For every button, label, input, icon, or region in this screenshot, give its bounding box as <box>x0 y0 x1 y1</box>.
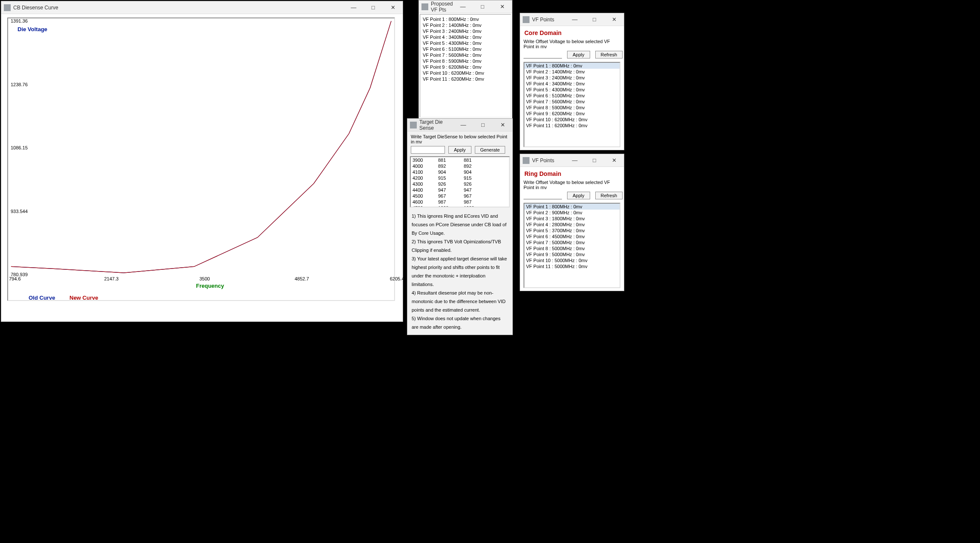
target-die-sense-window: Target Die Sense — □ ✕ Write Target DieS… <box>407 118 513 335</box>
titlebar[interactable]: CB Diesense Curve — □ ✕ <box>1 1 403 14</box>
target-notes: 1) This ignores Ring and ECores VID and … <box>407 209 512 335</box>
x-tick-label: 6205.4 <box>390 276 404 281</box>
vf-point-item[interactable]: VF Point 10 : 5000MHz : 0mv <box>524 257 620 263</box>
y-tick-label: 933.544 <box>11 209 28 214</box>
vf-point-list[interactable]: VF Point 1 : 800MHz : 0mvVF Point 2 : 90… <box>524 203 620 288</box>
table-cell: 3900 <box>411 157 436 163</box>
x-axis-label: Frequency <box>196 283 224 289</box>
table-row[interactable]: 470010081008 <box>411 205 509 207</box>
x-tick-label: 794.6 <box>9 276 21 281</box>
vf-point-item[interactable]: VF Point 11 : 5000MHz : 0mv <box>524 263 620 269</box>
legend-new-curve: New Curve <box>70 295 98 301</box>
chart-horizontal-scrollbar[interactable] <box>7 312 395 319</box>
table-row[interactable]: 4000892892 <box>411 163 509 169</box>
vf-point-item[interactable]: VF Point 8 : 5900MHz : 0mv <box>524 105 620 111</box>
vf-point-item[interactable]: VF Point 10 : 6200MHz : 0mv <box>524 117 620 123</box>
vf-point-item[interactable]: VF Point 7 : 5600MHz : 0mv <box>524 99 620 105</box>
close-button[interactable]: ✕ <box>493 119 512 131</box>
proposed-vf-pts-window: Proposed VF Pts — □ ✕ VF Point 1 : 800MH… <box>418 0 512 119</box>
minimize-button[interactable]: — <box>453 0 473 13</box>
x-tick-label: 2147.3 <box>104 276 119 281</box>
proposed-list: VF Point 1 : 800MHz : 0mvVF Point 2 : 14… <box>420 14 511 117</box>
proposed-vf-item: VF Point 7 : 5600MHz : 0mv <box>423 52 508 58</box>
table-row[interactable]: 4100904904 <box>411 169 509 175</box>
maximize-button[interactable]: □ <box>363 1 383 14</box>
proposed-vf-item: VF Point 3 : 2400MHz : 0mv <box>423 28 508 34</box>
maximize-button[interactable]: □ <box>585 154 604 166</box>
table-cell: 4600 <box>411 199 436 205</box>
maximize-button[interactable]: □ <box>473 119 493 131</box>
table-cell: 892 <box>462 163 488 169</box>
proposed-vf-item: VF Point 2 : 1400MHz : 0mv <box>423 22 508 28</box>
vf-point-item[interactable]: VF Point 9 : 5000MHz : 0mv <box>524 251 620 257</box>
table-cell: 904 <box>436 169 462 175</box>
domain-heading: Core Domain <box>524 29 620 36</box>
minimize-button[interactable]: — <box>565 13 585 26</box>
app-icon <box>523 16 529 23</box>
app-icon <box>523 157 529 164</box>
vf-point-item[interactable]: VF Point 2 : 900MHz : 0mv <box>524 210 620 216</box>
vf-point-item[interactable]: VF Point 6 : 4500MHz : 0mv <box>524 234 620 239</box>
note-line: 1) This ignores Ring and ECores VID and … <box>412 212 508 237</box>
offset-voltage-input[interactable] <box>524 51 562 58</box>
table-row[interactable]: 4400947947 <box>411 187 509 193</box>
vf-point-item[interactable]: VF Point 3 : 1800MHz : 0mv <box>524 216 620 222</box>
apply-button[interactable]: Apply <box>567 51 590 58</box>
titlebar[interactable]: VF Points — □ ✕ <box>520 154 624 167</box>
minimize-button[interactable]: — <box>344 1 363 14</box>
vf-point-item[interactable]: VF Point 5 : 3700MHz : 0mv <box>524 228 620 234</box>
target-diesense-input[interactable] <box>411 146 445 154</box>
proposed-vf-item: VF Point 1 : 800MHz : 0mv <box>423 16 508 22</box>
close-button[interactable]: ✕ <box>383 1 403 14</box>
vf-point-item[interactable]: VF Point 1 : 800MHz : 0mv <box>524 204 620 210</box>
chart-plot: Die Voltage Frequency Old Curve New Curv… <box>7 18 395 301</box>
table-cell: 915 <box>436 175 462 181</box>
titlebar[interactable]: Proposed VF Pts — □ ✕ <box>419 0 512 13</box>
table-row[interactable]: 4500967967 <box>411 193 509 199</box>
close-button[interactable]: ✕ <box>604 154 624 166</box>
vf-point-item[interactable]: VF Point 2 : 1400MHz : 0mv <box>524 69 620 75</box>
proposed-vf-item: VF Point 4 : 3400MHz : 0mv <box>423 34 508 40</box>
vf-point-item[interactable]: VF Point 1 : 800MHz : 0mv <box>524 63 620 69</box>
offset-voltage-input[interactable] <box>524 192 562 199</box>
vf-point-item[interactable]: VF Point 8 : 5000MHz : 0mv <box>524 245 620 251</box>
minimize-button[interactable]: — <box>453 119 473 131</box>
x-tick-label: 3500 <box>199 276 210 281</box>
vf-point-item[interactable]: VF Point 4 : 2800MHz : 0mv <box>524 222 620 228</box>
apply-button[interactable]: Apply <box>448 146 471 154</box>
table-cell: 4100 <box>411 169 436 175</box>
window-title: CB Diesense Curve <box>13 5 344 11</box>
target-table[interactable]: 3900881881400089289241009049044200915915… <box>410 156 510 207</box>
refresh-button[interactable]: Refresh <box>595 51 623 58</box>
table-cell: 904 <box>462 169 488 175</box>
table-row[interactable]: 4600987987 <box>411 199 509 205</box>
refresh-button[interactable]: Refresh <box>595 192 623 199</box>
table-row[interactable]: 3900881881 <box>411 157 509 163</box>
vf-point-item[interactable]: VF Point 3 : 2400MHz : 0mv <box>524 75 620 81</box>
target-instruction: Write Target DieSense to below selected … <box>411 134 509 144</box>
close-button[interactable]: ✕ <box>492 0 512 13</box>
vf-point-item[interactable]: VF Point 5 : 4300MHz : 0mv <box>524 87 620 93</box>
vf-point-list[interactable]: VF Point 1 : 800MHz : 0mvVF Point 2 : 14… <box>524 62 620 147</box>
maximize-button[interactable]: □ <box>585 13 604 26</box>
close-button[interactable]: ✕ <box>604 13 624 26</box>
window-title: VF Points <box>532 158 565 163</box>
vf-point-item[interactable]: VF Point 7 : 5000MHz : 0mv <box>524 239 620 245</box>
table-row[interactable]: 4300926926 <box>411 181 509 187</box>
x-tick-label: 4852.7 <box>295 276 309 281</box>
y-tick-label: 1238.76 <box>11 82 28 87</box>
titlebar[interactable]: Target Die Sense — □ ✕ <box>407 119 512 131</box>
table-row[interactable]: 4200915915 <box>411 175 509 181</box>
vf-point-item[interactable]: VF Point 9 : 6200MHz : 0mv <box>524 111 620 117</box>
maximize-button[interactable]: □ <box>473 0 492 13</box>
table-cell: 4500 <box>411 193 436 199</box>
minimize-button[interactable]: — <box>565 154 585 166</box>
vf-point-item[interactable]: VF Point 4 : 3400MHz : 0mv <box>524 81 620 87</box>
titlebar[interactable]: VF Points — □ ✕ <box>520 13 624 26</box>
vf-point-item[interactable]: VF Point 11 : 6200MHz : 0mv <box>524 123 620 128</box>
generate-button[interactable]: Generate <box>475 146 506 154</box>
table-cell: 881 <box>462 157 488 163</box>
apply-button[interactable]: Apply <box>567 192 590 199</box>
vf-point-item[interactable]: VF Point 6 : 5100MHz : 0mv <box>524 93 620 99</box>
offset-instruction: Write Offset Voltage to below selected V… <box>524 39 620 49</box>
